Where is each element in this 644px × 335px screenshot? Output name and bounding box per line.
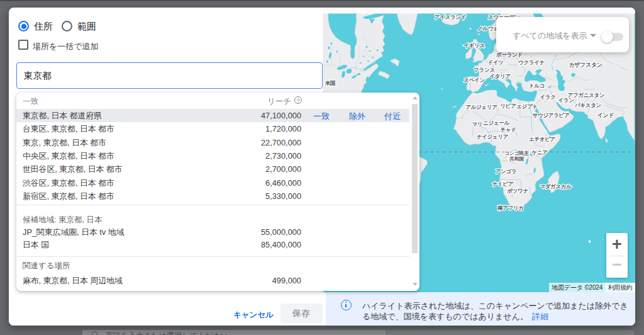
svg-text:マダガスカル: マダガスカル: [540, 183, 572, 190]
svg-text:ニジェール: ニジェール: [483, 120, 509, 126]
svg-text:アイスランド: アイスランド: [435, 14, 466, 20]
svg-text:スペイン: スペイン: [464, 77, 485, 83]
svg-text:南アフリカ: 南アフリカ: [497, 205, 524, 211]
svg-text:エジプト: エジプト: [516, 103, 538, 110]
svg-text:コンゴ民主: コンゴ民主: [504, 150, 529, 156]
svg-text:米国: 米国: [325, 80, 335, 86]
svg-text:ウクライナ: ウクライナ: [518, 59, 545, 65]
svg-text:アルジェリア: アルジェリア: [465, 104, 497, 110]
svg-text:ナイジェリア: ナイジェリア: [477, 133, 509, 140]
svg-text:イラク: イラク: [540, 94, 555, 100]
svg-text:ドイツ: ドイツ: [487, 59, 503, 65]
svg-text:ポーランド: ポーランド: [496, 52, 523, 58]
svg-text:ケニア: ケニア: [531, 149, 548, 156]
svg-text:インド: インド: [597, 112, 614, 118]
svg-text:マリ: マリ: [472, 121, 483, 127]
svg-text:フランス: フランス: [474, 67, 495, 73]
svg-text:ボツワナ: ボツワナ: [507, 188, 528, 194]
svg-text:イギリス: イギリス: [464, 42, 485, 48]
svg-text:カザフスタン: カザフスタン: [569, 62, 602, 68]
svg-text:パキスタン: パキスタン: [574, 102, 602, 108]
svg-text:イタリア: イタリア: [489, 73, 511, 79]
svg-text:エチオピア: エチオピア: [529, 136, 556, 142]
svg-text:共和国: 共和国: [509, 156, 524, 162]
svg-text:サウジアラビア: サウジアラビア: [533, 112, 570, 118]
svg-text:アフガニスタン: アフガニスタン: [568, 92, 605, 98]
svg-text:リビア: リビア: [500, 103, 516, 109]
svg-text:トルコ: トルコ: [529, 82, 545, 89]
svg-text:チャド: チャド: [500, 127, 516, 133]
svg-text:ナミビア: ナミビア: [492, 181, 514, 187]
svg-text:アンゴラ: アンゴラ: [496, 168, 517, 174]
